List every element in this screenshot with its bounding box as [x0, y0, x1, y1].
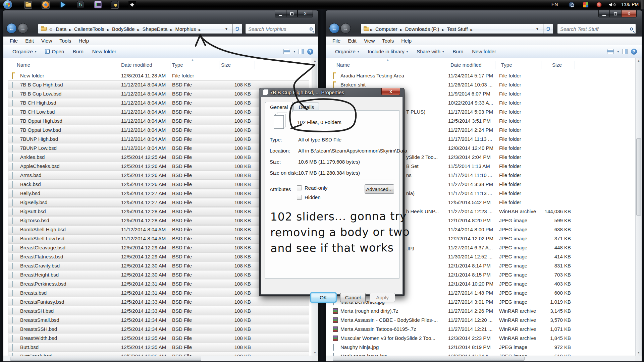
horizontal-scrollbar[interactable] — [3, 356, 312, 361]
help-button[interactable]: ? — [631, 49, 637, 55]
scroll-down-icon[interactable]: ▼ — [636, 350, 641, 356]
menu-item-view[interactable]: View — [360, 37, 378, 44]
file-row[interactable]: Neck seam issue.jpg12/2/2014 11:24 A...J… — [326, 352, 636, 356]
menu-item-view[interactable]: View — [38, 37, 56, 44]
media-player-icon[interactable] — [59, 1, 67, 9]
toolbar-button-include-in-library[interactable]: Include in library▾ — [363, 47, 412, 56]
horizontal-scrollbar[interactable] — [326, 356, 635, 361]
menu-item-help[interactable]: Help — [75, 37, 93, 44]
clock[interactable]: 1:06 PM — [621, 2, 639, 7]
forward-button[interactable]: → — [340, 23, 351, 34]
toolbar-button-share-with[interactable]: Share with▾ — [412, 47, 448, 56]
scroll-down-icon[interactable]: ▼ — [312, 350, 318, 356]
avg-tray-icon[interactable] — [582, 1, 589, 8]
close-button[interactable]: X — [621, 10, 637, 17]
file-row[interactable]: BreastsSSH.bsd12/5/2014 12:34 AMBSD File… — [3, 325, 312, 334]
column-separator[interactable] — [119, 61, 119, 69]
address-bar[interactable]: «Data▶CalienteTools▶BodySlide▶ShapeData▶… — [38, 24, 232, 34]
address-dropdown-icon[interactable]: ▼ — [222, 27, 231, 31]
menu-item-file[interactable]: File — [6, 37, 21, 44]
maximize-button[interactable] — [286, 10, 298, 17]
minimize-button[interactable] — [598, 10, 610, 17]
vertical-scrollbar[interactable]: ▲ ▼ — [635, 58, 642, 356]
capture-tool-icon[interactable]: ↻ — [76, 1, 85, 9]
column-header-type[interactable]: Type — [172, 62, 183, 68]
ok-button[interactable]: OK — [311, 293, 336, 302]
column-separator[interactable] — [170, 61, 170, 69]
steam-tray-icon[interactable] — [568, 1, 575, 8]
hscrollbar-thumb[interactable] — [10, 357, 201, 361]
back-button[interactable]: ← — [329, 23, 339, 34]
file-row[interactable]: BreastWidth.bsd12/5/2014 12:35 AMBSD Fil… — [3, 334, 312, 343]
advanced-button[interactable]: Advanced... — [365, 184, 394, 194]
address-dropdown-icon[interactable]: ▼ — [533, 27, 542, 31]
column-header-date-modified[interactable]: Date modified — [121, 62, 152, 68]
refresh-button[interactable] — [543, 24, 553, 34]
help-button[interactable]: ? — [307, 49, 313, 55]
file-row[interactable]: BreastsSH.bsd12/5/2014 12:33 AMBSD File1… — [3, 307, 312, 316]
toolbar-button-organize[interactable]: Organize▾ — [331, 47, 363, 56]
file-row[interactable]: BreastsSmall.bsd12/5/2014 12:34 AMBSD Fi… — [3, 316, 312, 325]
show-desktop-button[interactable] — [641, 0, 644, 9]
file-row[interactable]: ButtCrack.bsd12/5/2014 12:36 AMBSD File1… — [3, 352, 312, 356]
column-header-name[interactable]: Name — [17, 62, 30, 68]
column-separator[interactable] — [575, 61, 575, 69]
column-separator[interactable] — [444, 61, 444, 69]
column-separator[interactable] — [495, 61, 495, 69]
tab-general[interactable]: General — [265, 102, 293, 112]
preview-pane-button[interactable] — [622, 49, 628, 54]
views-caret-icon[interactable]: ▾ — [293, 50, 295, 53]
start-orb-icon[interactable] — [3, 0, 12, 9]
file-row[interactable]: Butt.bsd12/5/2014 12:35 AMBSD File108 KB — [3, 343, 312, 352]
volume-icon[interactable] — [608, 2, 616, 8]
scroll-up-icon[interactable]: ▲ — [312, 58, 318, 64]
breadcrumb-item[interactable]: Computer — [373, 26, 400, 32]
dialog-close-button[interactable]: X — [381, 88, 400, 95]
toolbar-button-new-folder[interactable]: New folder — [468, 47, 500, 56]
toolbar-button-new-folder[interactable]: New folder — [88, 47, 121, 56]
menu-item-edit[interactable]: Edit — [344, 37, 360, 44]
breadcrumb-item[interactable]: ShapeData — [140, 26, 170, 32]
column-header-type[interactable]: Type — [501, 62, 512, 68]
hscrollbar-thumb[interactable] — [333, 357, 525, 361]
menu-item-edit[interactable]: Edit — [21, 37, 38, 44]
minimize-button[interactable] — [275, 10, 286, 17]
address-bar[interactable]: ▶Computer▶Downloads (F:)▶Test Stuff▶ ▼ — [361, 24, 543, 34]
menu-item-tools[interactable]: Tools — [378, 37, 397, 44]
menu-item-file[interactable]: File — [329, 37, 344, 44]
firefox-icon[interactable] — [42, 1, 50, 9]
change-view-button[interactable] — [283, 49, 290, 54]
column-separator[interactable] — [541, 61, 541, 69]
views-caret-icon[interactable]: ▾ — [617, 50, 619, 53]
menu-item-tools[interactable]: Tools — [56, 37, 75, 44]
menu-item-help[interactable]: Help — [397, 37, 415, 44]
apply-button[interactable]: Apply — [370, 293, 395, 302]
breadcrumb-item[interactable]: Downloads (F:) — [403, 26, 442, 32]
back-button[interactable]: ← — [6, 23, 17, 34]
file-row[interactable]: Naughy Ninja.jpg12/1/2014 8:19 PMJPEG im… — [326, 343, 636, 352]
file-row[interactable]: BreastsFantasy.bsd12/5/2014 12:33 AMBSD … — [3, 298, 312, 307]
file-row[interactable]: Merta (rough and dirty).7z11/27/2014 2:2… — [326, 307, 636, 316]
forward-button[interactable]: → — [18, 23, 28, 34]
mod-tool-icon[interactable] — [111, 1, 119, 9]
toolbar-button-open[interactable]: Open — [41, 47, 68, 56]
scroll-up-icon[interactable]: ▲ — [636, 58, 641, 64]
column-header-date-modified[interactable]: Date modified — [450, 62, 482, 68]
refresh-button[interactable] — [232, 24, 242, 34]
cancel-button[interactable]: Cancel — [340, 293, 366, 302]
file-row[interactable]: Merta Assassin - CBBE - BodySlide Files-… — [326, 316, 636, 325]
toolbar-button-burn[interactable]: Burn — [68, 47, 88, 56]
column-header-size[interactable]: Size — [552, 62, 562, 68]
maximize-button[interactable] — [610, 10, 621, 17]
file-row[interactable]: New folder12/8/2014 11:28 AMFile folder — [3, 71, 312, 80]
recorder-tool-icon[interactable] — [94, 1, 102, 9]
skyrim-icon[interactable] — [128, 1, 136, 9]
checkbox-hidden[interactable] — [297, 195, 302, 200]
column-separator[interactable] — [255, 61, 255, 69]
file-row[interactable]: Aradia Harness Testing Area11/24/2014 5:… — [326, 71, 636, 80]
preview-pane-button[interactable] — [299, 49, 304, 54]
close-button[interactable]: X — [298, 10, 313, 17]
toolbar-button-organize[interactable]: Organize▾ — [8, 47, 41, 56]
file-row[interactable]: Merta Assassin Tattoos-60195-.7z11/27/20… — [326, 325, 636, 334]
alert-tray-icon[interactable] — [596, 1, 602, 8]
